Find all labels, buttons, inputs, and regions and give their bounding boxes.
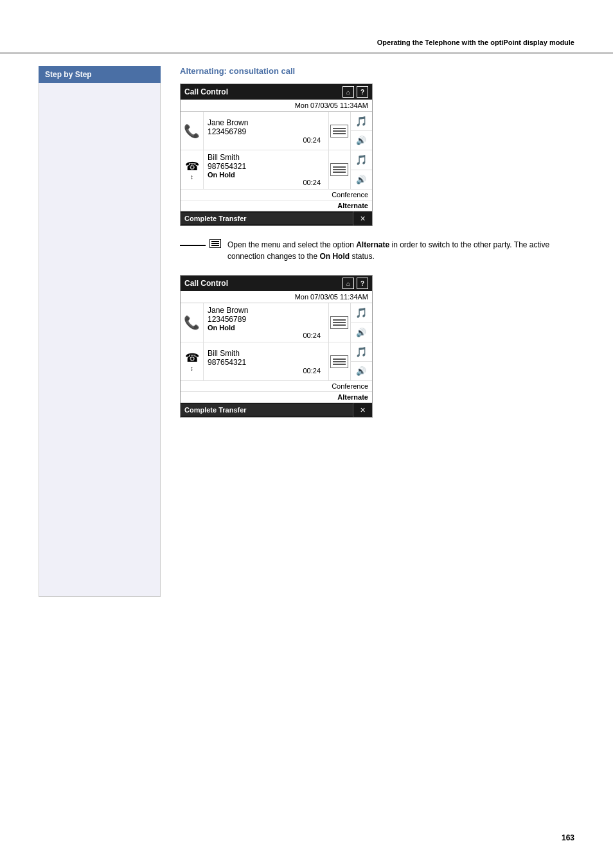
bill-signal-btn-1[interactable]: 🔊 bbox=[351, 170, 373, 190]
jane-number-1: 123456789 bbox=[208, 127, 324, 136]
cc-header-2: Call Control ⌂ ? bbox=[181, 276, 372, 291]
home-icon-2[interactable]: ⌂ bbox=[342, 278, 354, 289]
bill-info-1: Bill Smith 987654321 On Hold 00:24 bbox=[204, 150, 328, 189]
jane-btns-1: 🎵 🔊 bbox=[351, 112, 373, 150]
handset-icon-1: ☎ ↕ bbox=[181, 150, 204, 189]
sidebar: Step by Step bbox=[39, 53, 167, 597]
cc-row-bill-1: ☎ ↕ Bill Smith 987654321 On Hold 00:24 bbox=[181, 150, 372, 190]
bill-actions-1: 🎵 🔊 bbox=[328, 150, 372, 189]
cc-title-1: Call Control bbox=[184, 87, 228, 96]
jane-actions-2: 🎵 🔊 bbox=[328, 303, 372, 342]
desc-onhold-bold: On Hold bbox=[319, 252, 350, 261]
bill-name-2: Bill Smith bbox=[208, 349, 324, 358]
cc-footer-1: Complete Transfer × bbox=[181, 211, 372, 226]
bill-actions-2: 🎵 🔊 bbox=[328, 342, 372, 380]
desc-end: status. bbox=[350, 252, 375, 261]
bill-number-2: 987654321 bbox=[208, 358, 324, 367]
jane-time-2: 00:24 bbox=[303, 332, 321, 339]
cc-datetime-1: Mon 07/03/05 11:34AM bbox=[181, 100, 372, 112]
jane-info-2: Jane Brown 123456789 On Hold 00:24 bbox=[204, 303, 328, 342]
jane-signal-btn-1[interactable]: 🔊 bbox=[351, 131, 373, 150]
datetime-text-2: Mon 07/03/05 11:34AM bbox=[295, 293, 368, 301]
telephone-icon-1: 📞 bbox=[181, 112, 204, 150]
header-text: Operating the Telephone with the optiPoi… bbox=[377, 39, 574, 46]
jane-info-1: Jane Brown 123456789 00:24 bbox=[204, 112, 328, 150]
jane-doc-icon-2 bbox=[329, 303, 351, 342]
bill-time-2: 00:24 bbox=[303, 367, 321, 375]
cc-row-bill-2: ☎ ↕ Bill Smith 987654321 00:24 bbox=[181, 342, 372, 381]
description-area: Open the menu and select the option Alte… bbox=[180, 239, 574, 262]
bill-name-1: Bill Smith bbox=[208, 153, 324, 162]
bill-btns-2: 🎵 🔊 bbox=[351, 342, 373, 380]
bill-music-btn-2[interactable]: 🎵 bbox=[351, 342, 373, 362]
alternate-btn-2[interactable]: Alternate bbox=[181, 392, 372, 403]
desc-alternate-bold: Alternate bbox=[356, 240, 389, 249]
page-header: Operating the Telephone with the optiPoi… bbox=[0, 0, 613, 53]
jane-btns-2: 🎵 🔊 bbox=[351, 303, 373, 342]
conference-btn-2[interactable]: Conference bbox=[181, 381, 372, 392]
jane-actions-1: 🎵 🔊 bbox=[328, 112, 372, 150]
alternate-btn-1[interactable]: Alternate bbox=[181, 200, 372, 211]
step-by-step-label: Step by Step bbox=[39, 66, 161, 83]
close-btn-2[interactable]: × bbox=[353, 403, 372, 417]
bill-doc-icon-2 bbox=[329, 342, 351, 380]
bill-doc-icon-1 bbox=[329, 150, 351, 189]
cc-header-1: Call Control ⌂ ? bbox=[181, 84, 372, 100]
main-content: Step by Step Alternating: consultation c… bbox=[0, 53, 613, 597]
jane-music-btn-2[interactable]: 🎵 bbox=[351, 303, 373, 323]
arrow-line bbox=[180, 245, 206, 246]
description-text: Open the menu and select the option Alte… bbox=[227, 239, 574, 262]
menu-icon bbox=[209, 239, 221, 248]
bill-time-1: 00:24 bbox=[303, 179, 321, 186]
close-btn-1[interactable]: × bbox=[353, 211, 372, 226]
bill-signal-btn-2[interactable]: 🔊 bbox=[351, 362, 373, 380]
complete-transfer-btn-1[interactable]: Complete Transfer bbox=[181, 213, 353, 224]
complete-transfer-btn-2[interactable]: Complete Transfer bbox=[181, 404, 353, 416]
jane-doc-icon-1 bbox=[329, 112, 351, 150]
jane-name-2: Jane Brown bbox=[208, 306, 324, 315]
call-control-widget-1: Call Control ⌂ ? Mon 07/03/05 11:34AM 📞 bbox=[180, 84, 373, 226]
bill-music-btn-1[interactable]: 🎵 bbox=[351, 150, 373, 170]
help-icon-2[interactable]: ? bbox=[357, 278, 368, 289]
jane-name-1: Jane Brown bbox=[208, 118, 324, 127]
cc-datetime-2: Mon 07/03/05 11:34AM bbox=[181, 291, 372, 303]
telephone-icon-2: 📞 bbox=[181, 303, 204, 342]
call-control-widget-2: Call Control ⌂ ? Mon 07/03/05 11:34AM 📞 bbox=[180, 275, 373, 418]
cc-header-icons-2: ⌂ ? bbox=[342, 278, 368, 289]
bill-info-2: Bill Smith 987654321 00:24 bbox=[204, 342, 328, 380]
cc-row-jane-2: 📞 Jane Brown 123456789 On Hold 00:24 bbox=[181, 303, 372, 342]
home-icon-1[interactable]: ⌂ bbox=[342, 86, 354, 98]
conference-btn-1[interactable]: Conference bbox=[181, 190, 372, 200]
bill-number-1: 987654321 bbox=[208, 162, 324, 171]
sidebar-content bbox=[39, 83, 161, 597]
jane-time-1: 00:24 bbox=[303, 136, 321, 144]
datetime-text-1: Mon 07/03/05 11:34AM bbox=[295, 102, 368, 109]
right-content: Alternating: consultation call Call Cont… bbox=[167, 53, 574, 597]
page-number: 163 bbox=[562, 833, 574, 842]
desc-before: Open the menu and select the option bbox=[227, 240, 356, 249]
jane-music-btn-1[interactable]: 🎵 bbox=[351, 112, 373, 131]
jane-signal-btn-2[interactable]: 🔊 bbox=[351, 323, 373, 342]
cc-title-2: Call Control bbox=[184, 279, 228, 288]
bill-status-1: On Hold bbox=[208, 171, 324, 179]
cc-header-icons-1: ⌂ ? bbox=[342, 86, 368, 98]
jane-status-2: On Hold bbox=[208, 324, 324, 332]
help-icon-1[interactable]: ? bbox=[357, 86, 368, 98]
bill-btns-1: 🎵 🔊 bbox=[351, 150, 373, 189]
jane-number-2: 123456789 bbox=[208, 315, 324, 324]
handset-icon-2: ☎ ↕ bbox=[181, 342, 204, 380]
section-title: Alternating: consultation call bbox=[180, 66, 574, 76]
cc-footer-2: Complete Transfer × bbox=[181, 403, 372, 417]
cc-row-jane-1: 📞 Jane Brown 123456789 00:24 bbox=[181, 112, 372, 150]
desc-icon-area bbox=[180, 239, 221, 248]
